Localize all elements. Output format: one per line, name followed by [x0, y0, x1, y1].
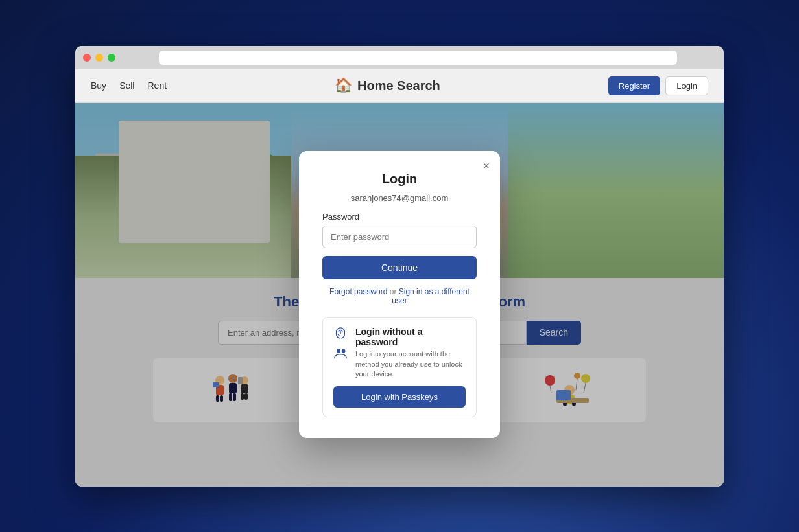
person-icon — [333, 347, 348, 364]
password-input[interactable] — [322, 226, 477, 248]
url-bar[interactable] — [159, 51, 677, 65]
modal-links: Forgot password or Sign in as a differen… — [322, 287, 477, 305]
nav-rent[interactable]: Rent — [147, 80, 167, 91]
password-label: Password — [322, 212, 477, 222]
login-nav-button[interactable]: Login — [665, 76, 708, 95]
brand-name: Home Search — [357, 78, 440, 93]
forgot-password-link[interactable]: Forgot password — [329, 287, 387, 296]
hero-section: The world's #1 home search platform Sear… — [75, 103, 724, 487]
passkey-text: Login without a password Log into your a… — [355, 327, 466, 379]
maximize-dot[interactable] — [108, 54, 115, 62]
passkey-desc: Log into your account with the method yo… — [355, 349, 466, 379]
browser-titlebar — [75, 46, 724, 69]
browser-content: Buy Sell Rent 🏠 Home Search Register Log… — [75, 69, 724, 487]
minimize-dot[interactable] — [95, 54, 103, 62]
register-button[interactable]: Register — [608, 76, 660, 95]
passkey-title: Login without a password — [355, 327, 466, 347]
continue-button[interactable]: Continue — [322, 256, 477, 279]
navbar: Buy Sell Rent 🏠 Home Search Register Log… — [75, 69, 724, 103]
nav-buy[interactable]: Buy — [91, 80, 106, 91]
fingerprint-icon — [333, 327, 348, 344]
browser-window: Buy Sell Rent 🏠 Home Search Register Log… — [75, 46, 724, 487]
svg-point-91 — [342, 349, 346, 353]
svg-point-90 — [337, 349, 341, 353]
passkey-icons — [333, 327, 348, 364]
modal-title: Login — [322, 172, 477, 187]
passkey-button[interactable]: Login with Passkeys — [333, 386, 466, 408]
nav-sell[interactable]: Sell — [119, 80, 134, 91]
brand: 🏠 Home Search — [167, 77, 608, 94]
nav-actions: Register Login — [608, 76, 708, 95]
modal-email: sarahjones74@gmail.com — [322, 193, 477, 203]
modal-overlay[interactable]: × Login sarahjones74@gmail.com Password … — [75, 103, 724, 487]
modal-close-button[interactable]: × — [483, 160, 490, 172]
nav-links: Buy Sell Rent — [91, 80, 167, 91]
brand-icon: 🏠 — [335, 77, 352, 94]
sign-in-different-link[interactable]: Sign in as a different user — [392, 287, 470, 305]
passkey-header: Login without a password Log into your a… — [333, 327, 466, 379]
login-modal: × Login sarahjones74@gmail.com Password … — [299, 151, 500, 437]
passkey-section: Login without a password Log into your a… — [322, 317, 477, 417]
close-dot[interactable] — [83, 54, 91, 62]
